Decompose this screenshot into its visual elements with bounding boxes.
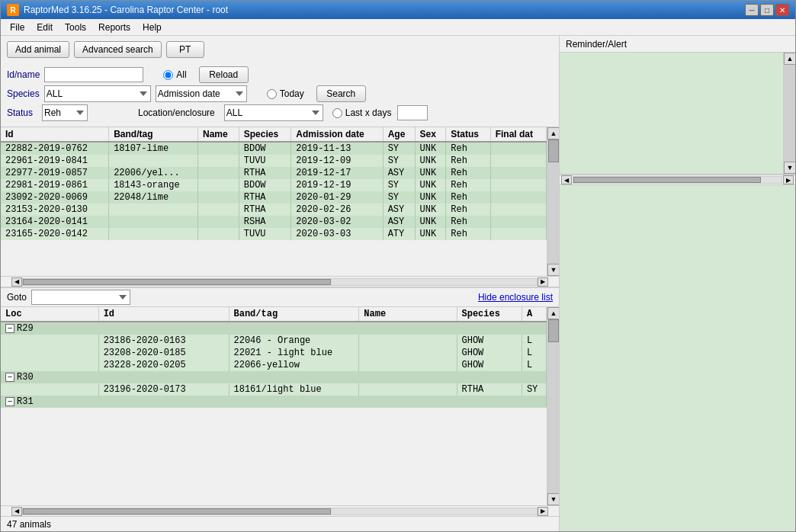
advanced-search-button[interactable]: Advanced search xyxy=(74,41,162,58)
add-animal-button[interactable]: Add animal xyxy=(7,41,69,58)
collapse-icon[interactable]: − xyxy=(5,397,14,406)
table-row[interactable]: 22977-2019-085722006/yel...RTHA2019-12-1… xyxy=(1,167,547,179)
scroll-track-middle[interactable] xyxy=(547,139,559,264)
last-x-days-input[interactable] xyxy=(397,105,428,120)
menu-file[interactable]: File xyxy=(4,21,30,34)
reminder-scroll-track[interactable] xyxy=(784,65,795,162)
main-table-hscroll[interactable]: ◀ ▶ xyxy=(1,276,559,287)
enc-hscroll-right[interactable]: ▶ xyxy=(538,507,548,516)
enc-scroll-down[interactable]: ▼ xyxy=(547,493,559,505)
reminder-hscroll[interactable]: ◀ ▶ xyxy=(560,175,795,185)
menu-tools[interactable]: Tools xyxy=(59,21,92,34)
reminder-vscroll[interactable]: ▲ ▼ xyxy=(783,53,795,174)
close-button[interactable]: ✕ xyxy=(775,4,789,16)
menu-reports[interactable]: Reports xyxy=(92,21,136,34)
reminder-scroll-up[interactable]: ▲ xyxy=(784,53,795,65)
enc-group-header[interactable]: −R31 xyxy=(1,396,547,408)
table-row[interactable]: 23165-2020-0142TUVU2020-03-03ATYUNKReh xyxy=(1,228,547,240)
search-button[interactable]: Search xyxy=(316,85,366,102)
enc-table-vscroll[interactable]: ▲ ▼ xyxy=(547,307,559,505)
enc-scroll-middle[interactable] xyxy=(547,319,559,493)
pt-button[interactable]: PT xyxy=(166,41,204,58)
col-band[interactable]: Band/tag xyxy=(109,127,198,142)
table-row[interactable]: 23153-2020-0130RTHA2020-02-26ASYUNKReh xyxy=(1,204,547,216)
enc-group-header[interactable]: −R29 xyxy=(1,322,547,335)
r-hscroll-right[interactable]: ▶ xyxy=(783,175,794,184)
col-age[interactable]: Age xyxy=(383,127,415,142)
table-cell: 2019-12-19 xyxy=(291,179,383,191)
table-cell: 23165-2020-0142 xyxy=(1,228,109,240)
today-radio[interactable] xyxy=(267,89,277,99)
enc-col-age[interactable]: A xyxy=(522,307,546,322)
table-row[interactable]: 22882-2019-076218107-limeBDOW2019-11-13S… xyxy=(1,142,547,155)
hide-enclosure-link[interactable]: Hide enclosure list xyxy=(478,292,553,303)
enc-col-band[interactable]: Band/tag xyxy=(229,307,359,322)
minimize-button[interactable]: ─ xyxy=(745,4,759,16)
col-sex[interactable]: Sex xyxy=(415,127,446,142)
enc-col-name[interactable]: Name xyxy=(359,307,457,322)
col-id[interactable]: Id xyxy=(1,127,109,142)
col-name[interactable]: Name xyxy=(198,127,239,142)
enc-col-species[interactable]: Species xyxy=(457,307,522,322)
scroll-down-arrow[interactable]: ▼ xyxy=(547,264,559,276)
enc-table-hscroll[interactable]: ◀ ▶ xyxy=(1,505,559,516)
last-x-days-radio[interactable] xyxy=(332,108,342,118)
list-item[interactable]: 23196-2020-017318161/light blueRTHASY xyxy=(1,383,547,396)
enc-hscroll-left[interactable]: ◀ xyxy=(11,507,22,516)
table-row[interactable]: 23164-2020-0141RSHA2020-03-02ASYUNKReh xyxy=(1,216,547,228)
enc-table-header: Loc Id Band/tag Name Species A xyxy=(1,307,547,322)
enc-table-cell: L xyxy=(522,359,546,371)
admission-date-select[interactable]: Admission date xyxy=(156,85,247,102)
list-item[interactable]: 23186-2020-016322046 - OrangeGHOWL xyxy=(1,335,547,347)
r-hscroll-track[interactable] xyxy=(573,176,782,184)
hscroll-track[interactable] xyxy=(22,278,538,286)
app-icon: R xyxy=(7,4,19,16)
table-cell: Reh xyxy=(446,228,490,240)
list-item[interactable]: 23208-2020-018522021 - light blueGHOWL xyxy=(1,347,547,359)
table-cell: 23164-2020-0141 xyxy=(1,216,109,228)
maximize-button[interactable]: □ xyxy=(760,4,774,16)
col-final[interactable]: Final dat xyxy=(490,127,546,142)
table-cell xyxy=(109,204,198,216)
id-name-input[interactable] xyxy=(44,67,143,82)
collapse-icon[interactable]: − xyxy=(5,373,14,382)
table-cell: Reh xyxy=(446,204,490,216)
menu-edit[interactable]: Edit xyxy=(30,21,59,34)
enc-group-header[interactable]: −R30 xyxy=(1,371,547,383)
col-species[interactable]: Species xyxy=(239,127,291,142)
enclosure-table-scroll[interactable]: Loc Id Band/tag Name Species A −R2923186… xyxy=(1,307,547,505)
enc-table-cell xyxy=(1,383,98,396)
hscroll-right-btn[interactable]: ▶ xyxy=(538,277,548,287)
collapse-icon[interactable]: − xyxy=(5,324,14,333)
enc-scroll-up[interactable]: ▲ xyxy=(547,307,559,319)
goto-select[interactable] xyxy=(31,290,130,305)
table-row[interactable]: 23092-2020-006922048/limeRTHA2020-01-29S… xyxy=(1,191,547,204)
main-table-vscroll[interactable]: ▲ ▼ xyxy=(547,127,559,276)
table-cell xyxy=(490,216,546,228)
table-row[interactable]: 22961-2019-0841TUVU2019-12-09SYUNKReh xyxy=(1,155,547,167)
table-row[interactable]: 22981-2019-086118143-orangeBDOW2019-12-1… xyxy=(1,179,547,191)
enc-hscroll-track[interactable] xyxy=(22,508,538,515)
enc-col-loc[interactable]: Loc xyxy=(1,307,98,322)
enc-col-id[interactable]: Id xyxy=(98,307,229,322)
main-data-table: Id Band/tag Name Species Admission date … xyxy=(1,127,547,240)
location-select[interactable]: ALL xyxy=(224,104,323,121)
r-hscroll-left[interactable]: ◀ xyxy=(561,175,572,184)
reminder-scroll-down[interactable]: ▼ xyxy=(784,162,795,174)
status-select[interactable]: Reh xyxy=(42,104,88,121)
col-admission[interactable]: Admission date xyxy=(291,127,383,142)
reload-button[interactable]: Reload xyxy=(199,66,249,83)
date-radio-group: All xyxy=(163,69,186,80)
main-table-scroll[interactable]: Id Band/tag Name Species Admission date … xyxy=(1,127,547,276)
enc-table-cell: 22021 - light blue xyxy=(229,347,359,359)
hscroll-left-btn[interactable]: ◀ xyxy=(11,277,22,287)
scroll-up-arrow[interactable]: ▲ xyxy=(547,127,559,139)
table-cell: Reh xyxy=(446,191,490,204)
all-radio[interactable] xyxy=(163,70,173,80)
list-item[interactable]: 23228-2020-020522066-yellowGHOWL xyxy=(1,359,547,371)
menu-help[interactable]: Help xyxy=(136,21,168,34)
reminder-body-area: ▲ ▼ xyxy=(560,53,795,175)
species-select[interactable]: ALL xyxy=(44,85,151,102)
col-status[interactable]: Status xyxy=(446,127,490,142)
enc-table-cell: GHOW xyxy=(457,359,522,371)
